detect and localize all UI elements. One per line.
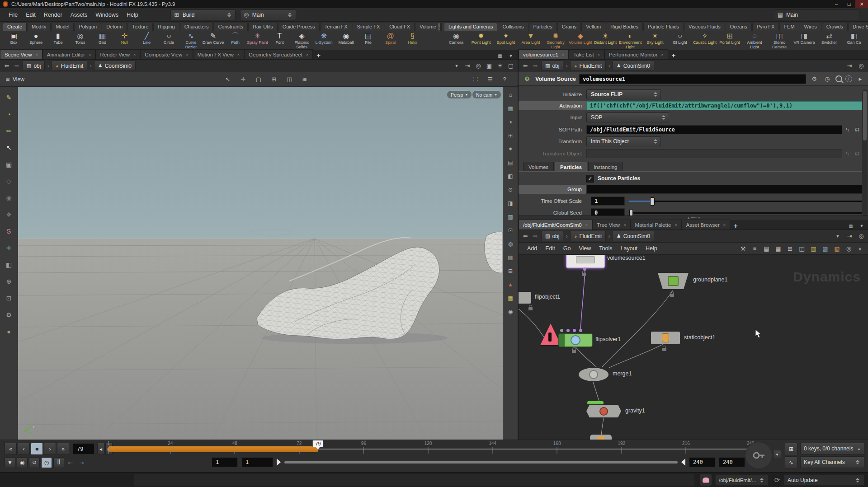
param-menu-icon[interactable]: ▶ xyxy=(855,75,865,84)
shelf-tab[interactable]: Rigging xyxy=(153,23,179,31)
forward-icon[interactable]: ➡ xyxy=(13,62,21,69)
cam-lock-icon[interactable]: ◉ xyxy=(506,308,514,315)
range-start-field[interactable]: 1 xyxy=(212,457,238,467)
shelf-tool-button[interactable]: ⇄Switcher xyxy=(817,32,841,45)
network-menu-item[interactable]: Tools xyxy=(595,244,616,253)
pane-tab[interactable]: Geometry Spreadsheet× xyxy=(244,49,313,59)
desktop-spinner[interactable] xyxy=(226,13,232,17)
menu-item[interactable]: File xyxy=(5,10,22,19)
desktop-selector[interactable]: ⊞ Build xyxy=(170,9,236,20)
shelf-tool-button[interactable]: ✳Spray Paint xyxy=(246,32,269,45)
network-menu-item[interactable]: Edit xyxy=(541,244,559,253)
path-root[interactable]: ▨obj xyxy=(541,231,563,241)
display-options-icon[interactable]: ☰ xyxy=(485,75,495,84)
main-take-selector[interactable]: ◎ Main xyxy=(240,9,296,20)
rows-icon[interactable]: ▥ xyxy=(506,213,514,220)
shelf-tool-button[interactable]: ✛Null xyxy=(113,32,136,45)
view-menu-grid-icon[interactable]: ▦ xyxy=(5,75,11,84)
shelf-tab[interactable]: Simple FX xyxy=(353,23,385,31)
playbar-menu-icon[interactable]: ▼ xyxy=(5,457,15,468)
shelf-tool-button[interactable]: ✴Sky Light xyxy=(643,32,667,45)
shelf-tool-button[interactable]: ◉Metaball xyxy=(335,32,357,45)
paint-tool-icon[interactable]: ⊕ xyxy=(4,277,14,286)
param-label[interactable]: Group xyxy=(519,185,586,194)
path-root[interactable]: ▨obj xyxy=(541,61,563,71)
shelf-tool-button[interactable]: ○Circle xyxy=(158,32,180,45)
shelf-tool-button[interactable]: ◈Platonic Solids xyxy=(291,32,313,49)
ghost-light-icon[interactable]: ☀ xyxy=(496,61,504,70)
motion-fx-icon[interactable]: ∿ xyxy=(785,456,797,469)
snow-icon[interactable]: ✶ xyxy=(506,145,514,153)
range-slider-track[interactable] xyxy=(284,461,678,464)
node-input-dot[interactable] xyxy=(566,329,570,332)
shelf-tool-button[interactable]: ◌Ambient Light xyxy=(742,32,767,49)
ghost-geometry-icon[interactable]: ▣ xyxy=(485,61,493,70)
shelf-tool-button[interactable]: ❋L-System xyxy=(313,32,335,45)
shelf-tab[interactable]: Modify xyxy=(27,23,51,31)
shelf-tool-button[interactable]: §Helix xyxy=(401,32,424,45)
ruler-icon[interactable]: ≋ xyxy=(299,74,310,85)
ghost-tool-icon[interactable]: ◉ xyxy=(4,193,14,202)
tab-close-icon[interactable]: × xyxy=(661,52,663,57)
menu-item[interactable]: Help xyxy=(123,10,142,19)
dynamics-tool-icon[interactable]: ⚙ xyxy=(4,310,14,319)
network-menu-item[interactable]: Go xyxy=(559,244,575,253)
node-name-field[interactable]: volumesource1 xyxy=(579,74,806,84)
gear-icon[interactable]: ⚙ xyxy=(809,75,819,84)
shelf-tab[interactable]: Drive Simulation xyxy=(848,23,868,31)
initialize-dropdown[interactable]: Source FLIP xyxy=(586,89,661,99)
select-node-icon[interactable]: ☊ xyxy=(852,149,862,158)
sop-path-field[interactable]: /obj/FluidEmit/FluidSource xyxy=(586,125,842,134)
multi-snap-icon[interactable]: ◫ xyxy=(284,74,295,85)
pane-tab[interactable]: Asset Browser× xyxy=(682,220,730,229)
shelf-tab[interactable]: Wires xyxy=(800,23,821,31)
shelf-tool-button[interactable]: ◫Stereo Camera xyxy=(767,32,792,49)
dot-icon[interactable]: ⊙ xyxy=(506,186,514,193)
pen-tool-icon[interactable]: ✎ xyxy=(4,93,14,102)
network-menu-item[interactable]: Layout xyxy=(617,244,642,253)
path-level2[interactable]: ♟CoomSim0 xyxy=(613,61,654,71)
viewport-layout-icon[interactable]: ▢ xyxy=(507,61,515,70)
shelf-tab[interactable]: Crowds xyxy=(822,23,848,31)
character-tool-icon[interactable]: ◧ xyxy=(4,260,14,269)
grid2-icon[interactable]: ▦ xyxy=(506,295,514,302)
group-field[interactable] xyxy=(586,185,862,194)
pane-tab[interactable]: Animation Editor× xyxy=(42,49,96,59)
shelf-tab[interactable]: Model xyxy=(51,23,74,31)
network-menu-item[interactable]: Add xyxy=(523,244,541,253)
node-flipobject1[interactable] xyxy=(519,292,531,304)
node-output-dot[interactable] xyxy=(583,267,586,271)
current-frame-field[interactable]: 79 xyxy=(73,443,94,454)
pin-icon[interactable]: ⇥ xyxy=(463,61,472,70)
menu-item[interactable]: Windows xyxy=(91,10,123,19)
shelf-tool-button[interactable]: ○GI Light xyxy=(668,32,692,45)
node-groundplane1[interactable] xyxy=(658,273,689,289)
grid-icon[interactable]: ▦ xyxy=(774,244,782,253)
shelf-tool-button[interactable]: ▤File xyxy=(357,32,379,45)
box-select-icon[interactable]: ▢ xyxy=(253,74,264,85)
param-tab[interactable]: Instancing xyxy=(588,162,623,172)
prev-frame-button[interactable]: ‹ xyxy=(18,443,30,455)
pane-tab[interactable]: Performance Monitor× xyxy=(604,49,668,59)
shelf-tool-button[interactable]: ⌒Path xyxy=(224,32,246,45)
jump-end-button[interactable]: » xyxy=(57,443,69,455)
clock-icon[interactable]: ◷ xyxy=(822,75,832,84)
keys-channels-button[interactable]: 0 keys, 0/0 channels▲ xyxy=(800,443,864,454)
path-root[interactable]: ▨obj xyxy=(23,61,45,71)
source-particles-checkbox[interactable]: ✓ xyxy=(586,175,594,183)
key-options-icon[interactable]: ▼ xyxy=(773,450,781,459)
playhead-marker[interactable]: 79 xyxy=(313,440,324,450)
jump-to-path-icon[interactable]: ↰ xyxy=(842,149,852,158)
global-seed-slider[interactable] xyxy=(629,212,862,214)
shelf-tool-button[interactable]: ✦Spot Light xyxy=(494,32,518,45)
shelf-tool-button[interactable]: ✎Draw Curve xyxy=(202,32,224,45)
timeline-ruler[interactable]: 124487296120144168192216240 79 xyxy=(108,441,750,457)
globe-icon[interactable]: ◐ xyxy=(857,244,864,253)
shelf-tool-button[interactable]: ✹Point Light xyxy=(469,32,493,45)
tab-close-icon[interactable]: × xyxy=(89,52,91,57)
refresh-icon[interactable]: ⟳ xyxy=(772,476,782,485)
radar-icon[interactable]: ◎ xyxy=(856,61,866,70)
shelf-tool-button[interactable]: ▦Grid xyxy=(91,32,113,45)
pane-tab[interactable]: Render View× xyxy=(95,49,140,59)
path-level1[interactable]: ◕FluidEmit xyxy=(570,231,606,241)
